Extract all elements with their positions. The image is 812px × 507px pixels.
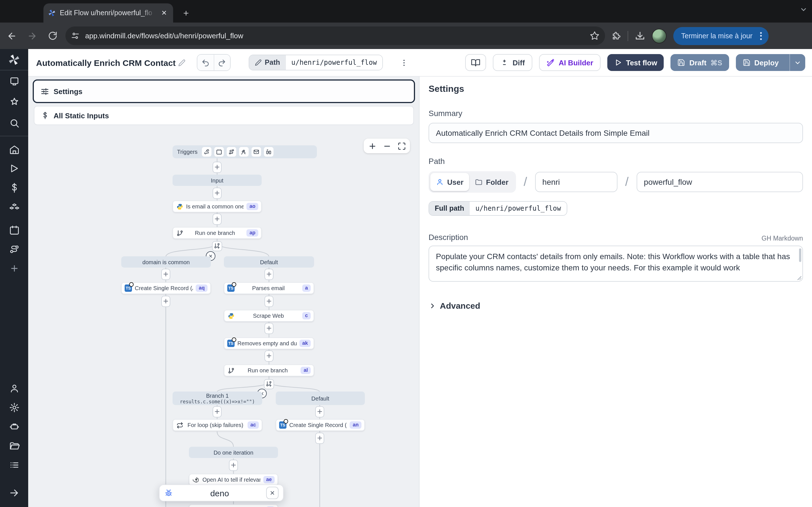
sidebar-item-schedules[interactable] <box>0 221 28 238</box>
schedule-trigger-icon[interactable] <box>214 147 224 157</box>
new-tab-button[interactable]: + <box>179 7 193 20</box>
add-step-button[interactable]: + <box>161 296 170 307</box>
more-options-kebab-icon[interactable] <box>398 55 410 70</box>
add-step-button[interactable]: + <box>264 323 273 334</box>
deploy-dropdown-chevron-icon[interactable] <box>790 54 805 71</box>
sidebar-item-home[interactable] <box>0 141 28 158</box>
tab-search-icon[interactable] <box>800 6 808 13</box>
zoom-out-button[interactable] <box>379 139 394 153</box>
webhook-trigger-icon[interactable] <box>202 147 212 157</box>
sidebar-item-favorites[interactable] <box>0 94 28 110</box>
sidebar-item-apps[interactable] <box>0 73 28 90</box>
sidebar-expand-icon[interactable] <box>0 485 28 501</box>
site-settings-icon[interactable] <box>71 32 80 40</box>
branch-node-default-2[interactable]: Default <box>276 392 365 405</box>
reload-button[interactable] <box>44 27 61 44</box>
owner-kind-user[interactable]: User <box>430 173 469 191</box>
deploy-button[interactable]: Deploy <box>735 54 805 71</box>
add-branch-button[interactable] <box>212 241 222 251</box>
edit-title-pencil-icon[interactable] <box>178 59 185 66</box>
browser-tab[interactable]: Edit Flow u/henri/powerful_flo ✕ <box>43 3 173 22</box>
flow-node-partial[interactable] <box>189 504 278 507</box>
flow-node-create-record-1[interactable]: TS Create Single Record (Airtable) aq <box>121 282 211 294</box>
add-step-button[interactable]: + <box>264 296 273 307</box>
sidebar-item-variables[interactable] <box>0 179 28 196</box>
diff-button[interactable]: Diff <box>493 54 532 71</box>
add-step-button[interactable]: + <box>315 406 324 417</box>
summary-input[interactable]: Automatically Enrich CRM Contact Details… <box>428 123 803 143</box>
bookmark-star-icon[interactable] <box>590 31 599 41</box>
extensions-icon[interactable] <box>611 31 621 41</box>
sidebar-item-resources[interactable] <box>0 198 28 215</box>
all-static-inputs-button[interactable]: All Static Inputs <box>34 106 414 125</box>
poll-trigger-icon[interactable] <box>264 147 274 157</box>
path-name-input[interactable]: powerful_flow <box>637 172 803 192</box>
browser-menu-icon[interactable] <box>757 32 765 40</box>
fit-view-button[interactable] <box>394 139 409 153</box>
add-step-button[interactable]: + <box>213 406 221 417</box>
loop-node-do-one-iteration[interactable]: Do one iteration <box>189 447 278 458</box>
advanced-section-toggle[interactable]: Advanced <box>428 301 803 311</box>
windmill-logo-icon[interactable] <box>0 51 28 68</box>
description-textarea[interactable]: Populate your CRM contacts' details from… <box>428 245 803 282</box>
branch-node-domain-common[interactable]: domain is common <box>121 256 211 268</box>
docs-button[interactable] <box>465 54 486 71</box>
add-step-button[interactable]: + <box>264 269 273 280</box>
flow-node-removes-empty[interactable]: TS Removes empty and duplicates ak <box>224 337 314 349</box>
flow-node-parses-email[interactable]: TS Parses email a <box>224 282 314 294</box>
undo-button[interactable] <box>197 55 213 70</box>
flow-graph-canvas[interactable]: Triggers + Input + Is email a common one… <box>28 127 419 507</box>
add-step-button[interactable]: + <box>213 162 221 173</box>
flow-node-run-one-branch-1[interactable]: Run one branch ap <box>172 227 262 239</box>
sidebar-item-runs[interactable] <box>0 160 28 177</box>
draft-button[interactable]: Draft ⌘S <box>671 54 729 71</box>
tooltip-close-button[interactable]: ✕ <box>266 487 278 499</box>
sidebar-item-user[interactable] <box>0 380 28 397</box>
sidebar-item-flows[interactable] <box>0 240 28 258</box>
branch-node-branch-1[interactable]: Branch 1 results.c.some((x)=>x!="") <box>172 392 262 405</box>
flow-node-email-check[interactable]: Is email a common one? ao <box>172 201 262 212</box>
add-step-button[interactable]: + <box>264 350 273 362</box>
websocket-trigger-icon[interactable] <box>239 147 249 157</box>
tab-close-icon[interactable]: ✕ <box>160 8 168 17</box>
textarea-resize-handle[interactable] <box>797 276 801 280</box>
add-step-button[interactable]: + <box>315 433 324 444</box>
sidebar-item-settings[interactable] <box>0 399 28 416</box>
flow-node-run-one-branch-2[interactable]: Run one branch al <box>224 364 314 376</box>
add-step-button[interactable]: + <box>213 214 221 225</box>
sidebar-item-logs[interactable] <box>0 456 28 473</box>
flow-node-scrape-web[interactable]: Scrape Web c <box>224 310 314 322</box>
add-step-button[interactable]: + <box>229 460 238 471</box>
flow-node-for-loop[interactable]: For loop (skip failures) ac <box>172 419 262 431</box>
test-flow-button[interactable]: Test flow <box>607 54 664 71</box>
profile-avatar[interactable] <box>652 29 666 43</box>
add-step-button[interactable]: + <box>161 269 170 280</box>
textarea-scrollbar[interactable] <box>799 248 801 262</box>
downloads-icon[interactable] <box>635 31 645 41</box>
node-badge: c <box>302 312 311 320</box>
branch-node-default-1[interactable]: Default <box>224 256 314 268</box>
back-button[interactable] <box>3 27 20 44</box>
path-owner-input[interactable]: henri <box>535 172 617 192</box>
zoom-in-button[interactable] <box>365 139 379 153</box>
triggers-bar[interactable]: Triggers <box>172 145 317 158</box>
sidebar-item-folders[interactable] <box>0 437 28 454</box>
flow-node-input[interactable]: Input <box>172 175 262 186</box>
add-branch-button[interactable] <box>264 379 274 389</box>
flow-node-create-record-2[interactable]: TS Create Single Record (Airtable) an <box>276 419 365 431</box>
flow-node-openai[interactable]: Open AI to tell if relevant result ae <box>189 474 278 486</box>
email-trigger-icon[interactable] <box>252 147 261 157</box>
owner-kind-folder[interactable]: Folder <box>469 173 514 191</box>
browser-update-button[interactable]: Terminer la mise à jour <box>673 27 769 45</box>
sidebar-item-add[interactable] <box>0 260 28 277</box>
redo-button[interactable] <box>213 55 230 70</box>
add-step-button[interactable]: + <box>213 187 221 199</box>
ai-builder-button[interactable]: AI Builder <box>539 54 601 71</box>
sidebar-item-search[interactable] <box>0 114 28 131</box>
address-bar[interactable]: app.windmill.dev/flows/edit/u/henri/powe… <box>65 26 605 45</box>
sidebar-item-workers[interactable] <box>0 418 28 435</box>
flow-path-chip[interactable]: Path u/henri/powerful_flow <box>248 55 383 70</box>
flow-title[interactable]: Automatically Enrich CRM Contact <box>36 58 185 67</box>
route-trigger-icon[interactable] <box>227 147 237 157</box>
flow-settings-button[interactable]: Settings <box>33 79 415 103</box>
